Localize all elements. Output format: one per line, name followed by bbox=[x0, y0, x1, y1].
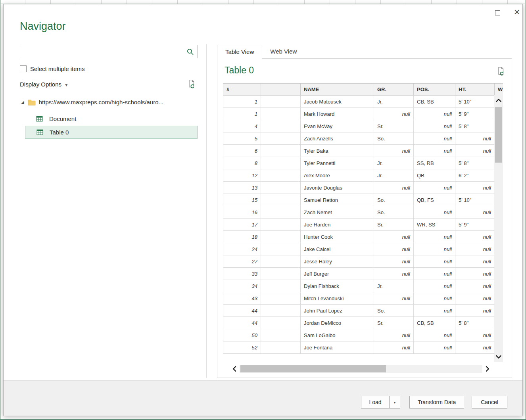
column-header[interactable]: POS. bbox=[414, 84, 455, 96]
table-row[interactable]: 4Evan McVaySr.null5' 8" bbox=[223, 120, 503, 132]
table-row[interactable]: 6Tyler Bakanullnullnull bbox=[223, 145, 503, 157]
column-header[interactable]: HT. bbox=[455, 84, 495, 96]
table-cell: null bbox=[374, 231, 414, 243]
select-multiple-checkbox[interactable] bbox=[20, 65, 27, 72]
table-cell: 5' 8" bbox=[455, 120, 495, 132]
tab-web-view[interactable]: Web View bbox=[262, 45, 305, 59]
table-row[interactable]: 50Sam LoGalbonullnullnull bbox=[223, 329, 503, 341]
table-cell: 1 bbox=[223, 96, 261, 108]
preview-pane: Table 0 #NAMEGR.POS.HT.W 1Jacob Matousek… bbox=[217, 58, 512, 378]
horizontal-scroll-thumb[interactable] bbox=[240, 365, 386, 372]
table-cell: Joe Harden bbox=[301, 219, 374, 231]
table-row[interactable]: 43Mitch Levanduskinullnullnull bbox=[223, 292, 503, 305]
table-cell: 8 bbox=[223, 157, 261, 169]
table-row[interactable]: 5Zach AnzellsSo.nullnull bbox=[223, 132, 503, 145]
tab-table-view[interactable]: Table View bbox=[217, 45, 262, 59]
table-cell: John Paul Lopez bbox=[301, 305, 374, 317]
load-dropdown-button[interactable]: ▾ bbox=[389, 396, 400, 408]
cancel-button[interactable]: Cancel bbox=[472, 396, 507, 408]
table-cell: SS, RB bbox=[414, 157, 455, 169]
table-cell: 5' 8" bbox=[455, 157, 495, 169]
table-row[interactable]: 27Jesse Haleynullnullnull bbox=[223, 255, 503, 268]
table-icon bbox=[36, 115, 43, 122]
table-row[interactable]: 33Jeff Burgernullnullnull bbox=[223, 268, 503, 280]
table-row[interactable]: 17Joe HardenSr.WR, SS5' 9" bbox=[223, 219, 503, 231]
column-header[interactable]: # bbox=[223, 84, 261, 96]
scroll-left-icon[interactable] bbox=[229, 364, 240, 374]
table-row[interactable]: 12Alex MooreJr.QB6' 2" bbox=[223, 169, 503, 182]
table-cell: 52 bbox=[223, 341, 261, 354]
horizontal-scrollbar[interactable] bbox=[229, 364, 493, 374]
table-row[interactable]: 44Jordan DeMiccoSr.CB, SB5' 8" bbox=[223, 317, 503, 329]
table-cell: null bbox=[414, 145, 455, 157]
tree-root-item[interactable]: ◢ https://www.maxpreps.com/high-schools/… bbox=[21, 99, 163, 105]
scroll-right-icon[interactable] bbox=[482, 364, 493, 374]
display-options-dropdown[interactable]: Display Options ▾ bbox=[20, 81, 67, 88]
table-row[interactable]: 1Mark Howardnullnull5' 9" bbox=[223, 108, 503, 120]
scroll-down-icon[interactable] bbox=[494, 353, 503, 361]
table-row[interactable]: 44John Paul LopezSo.nullnull bbox=[223, 305, 503, 317]
table-cell: QB, FS bbox=[414, 194, 455, 206]
table-cell bbox=[261, 280, 301, 292]
vertical-scrollbar[interactable] bbox=[494, 95, 503, 362]
table-row[interactable]: 16Zach NemetSo.nullnull bbox=[223, 206, 503, 219]
table-cell bbox=[261, 219, 301, 231]
column-header[interactable]: NAME bbox=[301, 84, 374, 96]
table-cell: Jr. bbox=[374, 96, 414, 108]
table-cell: null bbox=[455, 243, 495, 255]
table-cell: 6 bbox=[223, 145, 261, 157]
table-row[interactable]: 18Hunter Cooknullnullnull bbox=[223, 231, 503, 243]
vertical-scroll-thumb[interactable] bbox=[495, 107, 502, 163]
table-cell: Javonte Douglas bbox=[301, 182, 374, 194]
table-cell: null bbox=[414, 182, 455, 194]
table-row[interactable]: 13Javonte Douglasnullnullnull bbox=[223, 182, 503, 194]
table-row[interactable]: 24Jake Calceinullnullnull bbox=[223, 243, 503, 255]
select-multiple-label: Select multiple items bbox=[30, 65, 85, 72]
table-cell: Jr. bbox=[374, 280, 414, 292]
table-cell: null bbox=[455, 305, 495, 317]
refresh-icon[interactable] bbox=[187, 79, 196, 90]
table-cell: WR, SS bbox=[414, 219, 455, 231]
table-cell: Jr. bbox=[374, 157, 414, 169]
close-button[interactable]: × bbox=[510, 5, 524, 19]
search-input[interactable] bbox=[23, 46, 183, 57]
table-cell: null bbox=[455, 341, 495, 354]
table-cell bbox=[261, 169, 301, 182]
transform-data-button[interactable]: Transform Data bbox=[409, 396, 464, 408]
folder-icon bbox=[28, 99, 36, 105]
display-options-label: Display Options bbox=[20, 81, 61, 88]
table-row[interactable]: 8Tyler PannettiJr.SS, RB5' 8" bbox=[223, 157, 503, 169]
table-cell: 50 bbox=[223, 329, 261, 341]
table-cell: null bbox=[414, 292, 455, 305]
tree-item-label: Table 0 bbox=[50, 129, 69, 136]
maximize-icon bbox=[495, 10, 500, 15]
column-header[interactable]: W bbox=[495, 84, 503, 96]
table-row[interactable]: 1Jacob MatousekJr.CB, SB5' 10" bbox=[223, 96, 503, 108]
table-cell: null bbox=[374, 145, 414, 157]
scroll-up-icon[interactable] bbox=[494, 96, 503, 105]
refresh-icon[interactable] bbox=[497, 67, 505, 78]
table-row[interactable]: 34Dylan FishbackJr.nullnull bbox=[223, 280, 503, 292]
maximize-button[interactable] bbox=[491, 7, 504, 19]
table-cell: null bbox=[374, 255, 414, 268]
table-cell: Jacob Matousek bbox=[301, 96, 374, 108]
search-icon[interactable] bbox=[186, 48, 194, 57]
tree-item-table0[interactable]: Table 0 bbox=[25, 126, 198, 139]
table-cell: 6' 2" bbox=[455, 169, 495, 182]
tree-item-document[interactable]: Document bbox=[36, 113, 76, 125]
load-button[interactable]: Load bbox=[361, 396, 390, 408]
table-cell: null bbox=[374, 182, 414, 194]
table-cell: Jake Calcei bbox=[301, 243, 374, 255]
table-cell: null bbox=[414, 132, 455, 145]
table-cell: Sr. bbox=[374, 219, 414, 231]
horizontal-scroll-track[interactable] bbox=[240, 365, 482, 373]
table-cell: null bbox=[414, 341, 455, 354]
table-row[interactable]: 52Joe Fontananullnullnull bbox=[223, 341, 503, 354]
column-header[interactable]: GR. bbox=[374, 84, 414, 96]
column-header[interactable] bbox=[261, 84, 301, 96]
table-cell: 24 bbox=[223, 243, 261, 255]
table-cell: 5 bbox=[223, 132, 261, 145]
table-cell: 44 bbox=[223, 305, 261, 317]
table-cell: 34 bbox=[223, 280, 261, 292]
table-row[interactable]: 15Samuel RettonSo.QB, FS5' 10" bbox=[223, 194, 503, 206]
